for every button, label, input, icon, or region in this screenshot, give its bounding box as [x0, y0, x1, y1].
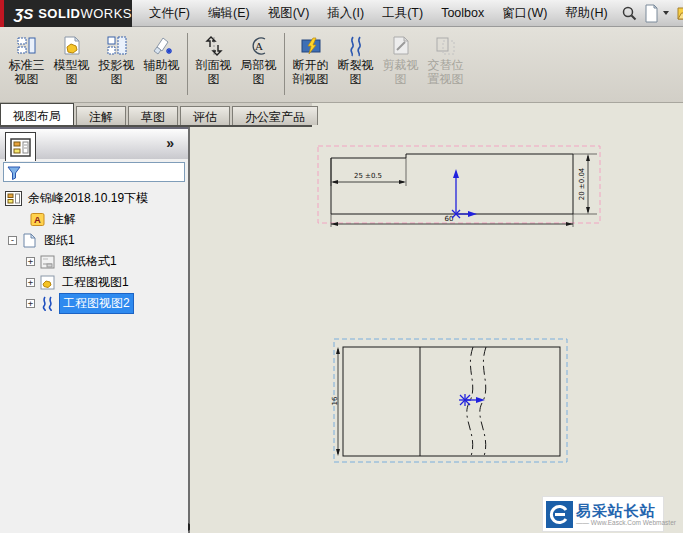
feature-tree-icon	[4, 191, 22, 207]
feature-tree-icon	[10, 138, 31, 157]
model-view-icon	[61, 34, 83, 58]
tree-item-label-selected: 工程图视图2	[59, 293, 134, 314]
search-icon[interactable]	[621, 5, 638, 22]
panel-expand-chevron[interactable]: »	[166, 135, 174, 151]
menu-window[interactable]: 窗口(W)	[493, 1, 556, 26]
menu-insert[interactable]: 插入(I)	[318, 1, 373, 26]
model-view-button[interactable]: 模型视 图	[49, 31, 94, 97]
tree-item-label: 注解	[49, 210, 79, 229]
expand-icon[interactable]: +	[26, 278, 35, 287]
svg-text:A: A	[255, 40, 263, 52]
svg-text:A: A	[34, 214, 41, 225]
break-line-right	[480, 347, 486, 456]
tree-item-label: 工程图视图1	[59, 273, 132, 292]
svg-text:16: 16	[331, 396, 339, 405]
broken-out-section-icon	[300, 34, 322, 58]
solidworks-logo-mark: ƷS	[14, 5, 33, 22]
standard-3-view-button[interactable]: 标准三 视图	[4, 31, 49, 97]
command-toolbar: 标准三 视图 模型视 图 投影视 图 辅助视 图 剖面视 图	[0, 27, 683, 103]
menu-help[interactable]: 帮助(H)	[556, 1, 616, 26]
commandmanager-tabstrip: 视图布局 注解 草图 评估 办公室产品	[0, 103, 683, 127]
drawing-view-icon	[38, 275, 56, 291]
break-view-button[interactable]: 断裂视 图	[333, 31, 378, 97]
sheet-icon	[20, 233, 38, 249]
menu-view[interactable]: 视图(V)	[259, 1, 319, 26]
tab-annotation[interactable]: 注解	[76, 106, 126, 125]
menu-edit[interactable]: 编辑(E)	[199, 1, 259, 26]
alternate-position-view-button[interactable]: 交替位 置视图	[423, 31, 468, 97]
dimension-width[interactable]: 60	[331, 214, 573, 227]
drawing-view-2-selected[interactable]: 16	[330, 335, 580, 470]
filter-funnel-icon	[6, 165, 22, 180]
title-bar: ƷS SOLID WORKS 文件(F) 编辑(E) 视图(V) 插入(I) 工…	[0, 0, 683, 27]
tab-sketch[interactable]: 草图	[128, 106, 178, 125]
crop-view-icon	[390, 34, 412, 58]
watermark: 易采站长站 —— Www.Easck.Com Webmaster	[543, 497, 663, 531]
projected-view-button[interactable]: 投影视 图	[94, 31, 139, 97]
drawing-sheet-area[interactable]: 25 ±0.5 60 20 ±0	[190, 127, 683, 533]
tab-evaluate[interactable]: 评估	[180, 106, 230, 125]
tree-item-drawing-view2[interactable]: + 工程图视图2	[0, 293, 188, 314]
feature-tree: 余锦峰2018.10.19下模 A 注解 - 图纸1 +	[0, 182, 188, 314]
menu-file[interactable]: 文件(F)	[140, 1, 199, 26]
dimension-height[interactable]: 20 ±0.04	[573, 154, 597, 214]
watermark-subtitle: —— Www.Easck.Com Webmaster	[576, 519, 676, 527]
expand-icon[interactable]: +	[26, 299, 35, 308]
broken-out-section-button[interactable]: 断开的 剖视图	[288, 31, 333, 97]
easck-logo-icon	[546, 501, 573, 528]
feature-manager-panel: » 余锦峰2018.10.19下模 A 注解	[0, 127, 190, 533]
crop-view-button[interactable]: 剪裁视 图	[378, 31, 423, 97]
tree-item-annotations[interactable]: A 注解	[0, 209, 188, 230]
section-view-icon	[203, 34, 225, 58]
menu-toolbox[interactable]: Toolbox	[432, 2, 493, 24]
standard-3-view-icon	[16, 34, 38, 58]
sheet-format-icon	[38, 254, 56, 270]
feature-tree-tab[interactable]	[5, 132, 36, 161]
dimension-step[interactable]: 25 ±0.5	[331, 158, 406, 186]
part-outline[interactable]	[331, 154, 573, 214]
svg-text:25 ±0.5: 25 ±0.5	[354, 172, 382, 180]
projected-view-icon	[106, 34, 128, 58]
auxiliary-view-button[interactable]: 辅助视 图	[139, 31, 184, 97]
tree-item-label: 图纸1	[41, 231, 78, 250]
annotations-icon: A	[28, 212, 46, 228]
detail-view-button[interactable]: A 局部视 图	[236, 31, 281, 97]
detail-view-icon: A	[248, 34, 270, 58]
break-line-left	[467, 347, 473, 456]
tree-item-drawing-view1[interactable]: + 工程图视图1	[0, 272, 188, 293]
tree-filter-input[interactable]	[3, 162, 185, 182]
auxiliary-view-icon	[151, 34, 173, 58]
section-view-button[interactable]: 剖面视 图	[191, 31, 236, 97]
tree-item-root[interactable]: 余锦峰2018.10.19下模	[0, 188, 188, 209]
tab-view-layout[interactable]: 视图布局	[0, 103, 74, 125]
watermark-title: 易采站长站	[576, 502, 676, 519]
origin-marker	[452, 169, 477, 218]
solidworks-window: ƷS SOLID WORKS 文件(F) 编辑(E) 视图(V) 插入(I) 工…	[0, 0, 683, 533]
solidworks-logo: ƷS SOLID WORKS	[0, 0, 132, 27]
alternate-position-view-icon	[435, 34, 457, 58]
toolbar-separator	[284, 33, 285, 95]
open-file-icon[interactable]	[676, 4, 683, 22]
part-outline[interactable]	[343, 347, 560, 456]
menu-tools[interactable]: 工具(T)	[373, 1, 432, 26]
tree-item-sheet1[interactable]: - 图纸1	[0, 230, 188, 251]
workspace: » 余锦峰2018.10.19下模 A 注解	[0, 127, 683, 533]
dimension-height[interactable]: 16	[331, 347, 340, 456]
menu-bar: 文件(F) 编辑(E) 视图(V) 插入(I) 工具(T) Toolbox 窗口…	[132, 0, 683, 27]
tree-item-label: 图纸格式1	[59, 252, 120, 271]
toolbar-separator	[187, 33, 188, 95]
new-document-icon[interactable]	[642, 4, 660, 23]
tab-office-products[interactable]: 办公室产品	[232, 106, 318, 125]
tree-item-sheet-format1[interactable]: + 图纸格式1	[0, 251, 188, 272]
svg-text:60: 60	[445, 215, 454, 223]
tree-item-label: 余锦峰2018.10.19下模	[25, 189, 151, 208]
break-view-icon	[345, 34, 367, 58]
feature-manager-header: »	[0, 127, 188, 159]
expand-icon[interactable]: +	[26, 257, 35, 266]
collapse-icon[interactable]: -	[8, 236, 17, 245]
new-document-dropdown-icon[interactable]	[663, 11, 669, 15]
svg-text:20 ±0.04: 20 ±0.04	[578, 167, 586, 200]
drawing-view-1[interactable]: 25 ±0.5 60 20 ±0	[310, 143, 610, 243]
break-view-icon	[38, 296, 56, 312]
view-selection-border[interactable]	[334, 339, 567, 462]
